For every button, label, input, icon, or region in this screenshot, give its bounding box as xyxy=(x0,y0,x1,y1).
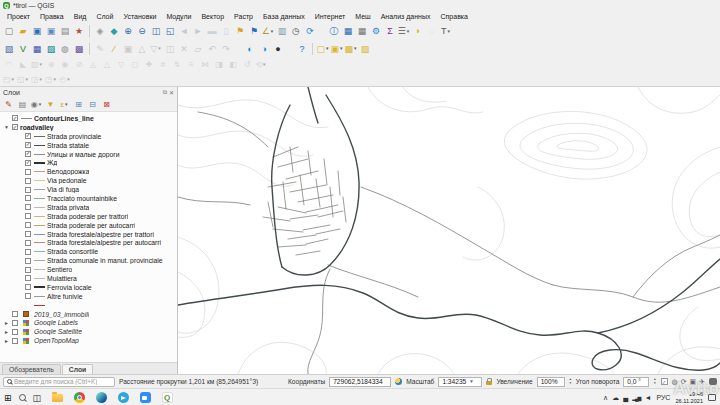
layer-checkbox[interactable] xyxy=(25,178,31,184)
statistics-icon[interactable]: Σ xyxy=(383,25,397,38)
zoom-full-icon[interactable]: ◱ xyxy=(163,25,177,38)
menu-item-Слой[interactable]: Слой xyxy=(91,11,118,22)
osm-plugin-icon[interactable]: ● xyxy=(271,42,285,55)
clipboard-icon[interactable]: ▥ xyxy=(275,25,289,38)
layer-item-google-satellite[interactable]: ►Google Satellite xyxy=(0,327,177,336)
measure-list-icon[interactable]: ☰▼ xyxy=(397,25,411,38)
select-features-icon[interactable]: ▢▼ xyxy=(316,42,330,55)
layer-item-strada-privata[interactable]: Strada privata xyxy=(0,203,177,212)
taskbar-search-icon[interactable] xyxy=(19,394,26,401)
taskbar-app-qgis[interactable]: Q xyxy=(160,391,174,405)
layer-item-strada-consortile[interactable]: Strada consortile xyxy=(0,247,177,256)
tab-Слои[interactable]: Слои xyxy=(62,364,93,374)
layer-item--[interactable]: ✓Жд xyxy=(0,158,177,167)
menu-item-Вид[interactable]: Вид xyxy=(69,11,92,22)
start-button[interactable]: ⊞ xyxy=(4,393,12,403)
layer-item-strada-forestale-alpestre-per-autocarri[interactable]: Strada forestale/alpestre per autocarri xyxy=(0,238,177,247)
layer-checkbox[interactable]: ✓ xyxy=(25,151,31,157)
layer-checkbox[interactable] xyxy=(25,275,31,281)
tray-icon-3[interactable]: ▄ xyxy=(623,394,628,401)
taskbar-app-telegram[interactable] xyxy=(116,391,130,405)
taskbar-app-blue[interactable] xyxy=(138,391,152,405)
menu-item-Проект[interactable]: Проект xyxy=(2,11,35,22)
layer-checkbox[interactable] xyxy=(25,284,31,290)
filter-expression-icon[interactable]: ε▼ xyxy=(58,99,71,111)
add-more-layers-icon[interactable]: ▩ xyxy=(72,42,86,55)
menu-item-Анализ данных[interactable]: Анализ данных xyxy=(376,11,436,22)
layer-checkbox[interactable] xyxy=(25,231,31,237)
layer-checkbox[interactable] xyxy=(25,258,31,264)
taskbar-app-chrome[interactable] xyxy=(72,391,86,405)
layer-item-via-di-fuga[interactable]: Via di fuga xyxy=(0,185,177,194)
layer-checkbox[interactable] xyxy=(25,249,31,255)
layer-item-strada-provinciale[interactable]: ✓Strada provinciale xyxy=(0,132,177,141)
layer-item-strada-poderale-per-autocarri[interactable]: Strada poderale per autocarri xyxy=(0,221,177,230)
layer-checkbox[interactable]: ✓ xyxy=(25,142,31,148)
expand-all-icon[interactable]: ⊞ xyxy=(72,99,85,111)
layer-checkbox[interactable] xyxy=(25,204,31,210)
attribute-table-icon[interactable]: ▦ xyxy=(341,25,355,38)
add-delimited-text-icon[interactable]: ◍ xyxy=(58,42,72,55)
rotation-input[interactable]: 0,0 ° xyxy=(623,377,649,387)
quickmap-services-icon[interactable]: ◐ xyxy=(243,42,257,55)
panel-float-icon[interactable]: ⧉ xyxy=(163,89,167,96)
open-project-icon[interactable]: ▰ xyxy=(16,25,30,38)
collapse-all-icon[interactable]: ⊟ xyxy=(86,99,99,111)
tab-Обозреватель[interactable]: Обозреватель xyxy=(2,364,61,374)
layer-expander-icon[interactable]: ► xyxy=(3,329,10,335)
layer-checkbox[interactable]: ✓ xyxy=(12,115,18,121)
rotation-spinner[interactable]: ▲▼ xyxy=(653,378,656,385)
layer-checkbox[interactable] xyxy=(25,169,31,175)
panel-close-icon[interactable]: ✕ xyxy=(169,89,174,96)
add-mesh-layer-icon[interactable]: ▨ xyxy=(44,42,58,55)
temporal-control-icon[interactable]: ◷ xyxy=(289,25,303,38)
scale-combo[interactable]: 1:34235▼ xyxy=(438,377,482,387)
layer-expander-icon[interactable]: ► xyxy=(3,338,10,344)
layer-item-google-labels[interactable]: ►Google Labels xyxy=(0,318,177,327)
taskbar-app-folder[interactable] xyxy=(50,391,64,405)
render-checkbox[interactable]: ✓ xyxy=(661,378,668,385)
menu-item-Растр[interactable]: Растр xyxy=(229,11,258,22)
layer-item--[interactable]: Велодорожка xyxy=(0,167,177,176)
text-annotation-icon[interactable]: T▼ xyxy=(439,25,453,38)
layer-item-strada-comunale-in-manut-provinciale[interactable]: Strada comunale in manut. provinciale xyxy=(0,256,177,265)
task-view-icon[interactable]: ◫ xyxy=(33,393,42,403)
map-tips-icon[interactable]: ◗ xyxy=(411,25,425,38)
layer-item-contourlines_line[interactable]: ✓ContourLines_line xyxy=(0,114,177,123)
layer-item-strada-poderale-per-trattori[interactable]: Strada poderale per trattori xyxy=(0,212,177,221)
map-canvas[interactable] xyxy=(178,87,720,374)
layer-checkbox[interactable]: ✓ xyxy=(12,124,18,130)
menu-item-Установки[interactable]: Установки xyxy=(118,11,161,22)
layer-item-strada-statale[interactable]: ✓Strada statale xyxy=(0,141,177,150)
zoom-in-icon[interactable]: ⊕ xyxy=(121,25,135,38)
layer-checkbox[interactable] xyxy=(25,240,31,246)
layer-expander-icon[interactable]: ▼ xyxy=(3,124,10,130)
extent-icon[interactable] xyxy=(395,378,402,385)
menu-item-Правка[interactable]: Правка xyxy=(35,11,69,22)
layer-item[interactable] xyxy=(0,301,177,310)
measure-icon[interactable]: ∠▼ xyxy=(261,25,275,38)
layer-checkbox[interactable] xyxy=(25,293,31,299)
layer-expander-icon[interactable]: ► xyxy=(3,320,10,326)
pan-to-selection-icon[interactable]: ◆ xyxy=(107,25,121,38)
select-by-form-icon[interactable]: ▣▼ xyxy=(330,42,344,55)
messages-icon[interactable] xyxy=(709,378,717,385)
menu-item-Меш[interactable]: Меш xyxy=(350,11,375,22)
layer-checkbox[interactable] xyxy=(12,338,18,344)
layer-checkbox[interactable] xyxy=(25,187,31,193)
new-project-icon[interactable]: ▢ xyxy=(2,25,16,38)
layer-checkbox[interactable]: ✓ xyxy=(25,160,31,166)
add-group-icon[interactable]: ▤ xyxy=(16,99,29,111)
lock-scale-icon[interactable] xyxy=(486,381,492,385)
language-indicator[interactable]: РУС xyxy=(656,394,670,401)
pan-map-icon[interactable]: ◈ xyxy=(93,25,107,38)
deselect-icon[interactable]: ▩▼ xyxy=(344,42,358,55)
tray-icon-1[interactable]: ∧ xyxy=(603,394,608,402)
add-raster-layer-icon[interactable]: ▦ xyxy=(30,42,44,55)
layer-checkbox[interactable] xyxy=(25,267,31,273)
layer-checkbox[interactable] xyxy=(25,213,31,219)
menu-item-База данных[interactable]: База данных xyxy=(258,11,310,22)
processing-toolbox-icon[interactable]: ⚙ xyxy=(369,25,383,38)
zoom-native-icon[interactable]: ◫ xyxy=(149,25,163,38)
data-source-manager-icon[interactable]: ▧ xyxy=(2,42,16,55)
